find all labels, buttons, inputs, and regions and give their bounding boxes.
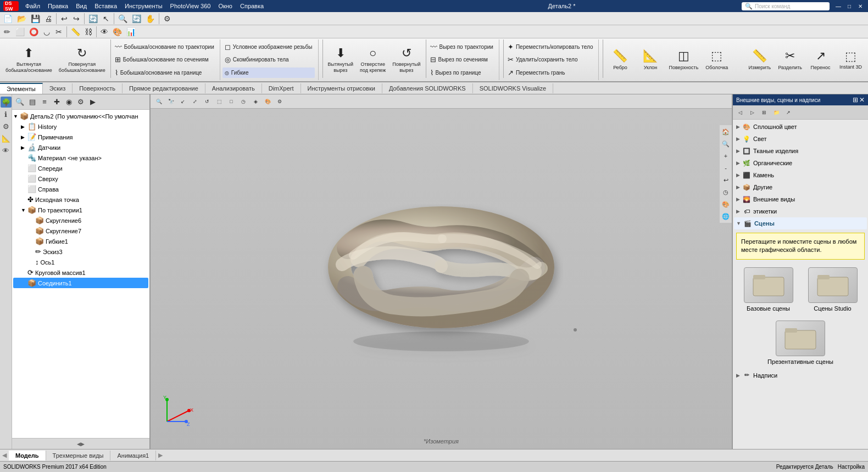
- menu-file[interactable]: Файл: [22, 2, 43, 10]
- rp-item-scenes[interactable]: ▼ 🎬 Сцены: [734, 217, 867, 229]
- tree-item-history[interactable]: ▶ 📋 History: [13, 121, 148, 132]
- home-view-button[interactable]: 🏠: [720, 126, 732, 137]
- delete-body-button[interactable]: ✂ Удалить/сохранить тело: [505, 54, 596, 65]
- tree-item-fillet6[interactable]: 📦 Скругление6: [13, 215, 148, 226]
- dimxpert-manager-tab[interactable]: 📐: [1, 133, 12, 144]
- vp-render-button[interactable]: ◷: [237, 96, 249, 107]
- line-tool[interactable]: ⬜: [13, 26, 27, 37]
- tab-direct[interactable]: Прямое редактирование: [123, 83, 205, 93]
- vp-color-button[interactable]: 🎨: [261, 96, 274, 107]
- feature-manager-tab[interactable]: 🌳: [1, 97, 12, 108]
- circle-tool[interactable]: ⭕: [27, 26, 41, 37]
- move-button[interactable]: ↗ Перенос: [805, 40, 836, 80]
- thread-button[interactable]: ◻ Условное изображение резьбы: [222, 42, 315, 52]
- menu-help[interactable]: Справка: [237, 2, 267, 10]
- grid-button[interactable]: ▤: [26, 97, 38, 108]
- sweep-cut-button[interactable]: 〰 Вырез по траектории: [428, 42, 496, 52]
- tree-item-sensors[interactable]: ▶ 🔬 Датчики: [13, 142, 148, 153]
- draft-button[interactable]: 📐 Уклон: [635, 40, 665, 80]
- config-manager-tab[interactable]: ⚙: [1, 121, 12, 132]
- move-face-button[interactable]: ↗ Переместить грань: [505, 68, 596, 78]
- shell-button[interactable]: ⬚ Оболочка: [702, 40, 732, 80]
- display-manager-tab[interactable]: 👁: [1, 145, 12, 156]
- render-tool[interactable]: 🎨: [110, 26, 124, 37]
- tab-drawing-tools[interactable]: Инструменты отрисовки: [301, 83, 382, 93]
- surface-button[interactable]: ◫ Поверхность: [665, 40, 702, 80]
- tree-item-trajectory[interactable]: ▼ 📦 По траектории1: [13, 205, 148, 215]
- pan-button[interactable]: ✋: [143, 13, 157, 24]
- revolve-boss-button[interactable]: ↻ Повернутая бобышка/основание: [55, 40, 109, 80]
- tree-item-material[interactable]: 🔩 Материал <не указан>: [13, 153, 148, 163]
- tree-item-sketch3[interactable]: ✏ Эскиз3: [13, 246, 148, 257]
- vp-section-button[interactable]: □: [225, 96, 237, 107]
- zoom-out-button[interactable]: -: [720, 162, 732, 173]
- scene-button[interactable]: 🎨: [720, 199, 732, 210]
- tree-item-top[interactable]: ⬜ Сверху: [13, 173, 148, 184]
- tab-dimxpert[interactable]: DimXpert: [262, 83, 301, 93]
- rp-export-button[interactable]: ↗: [782, 107, 794, 118]
- scroll-left-icon[interactable]: ◀: [0, 452, 9, 459]
- rp-forward-button[interactable]: ▷: [746, 107, 758, 118]
- combine-button[interactable]: ◎ Скомбинировать тела: [222, 54, 315, 65]
- tree-item-axis1[interactable]: ↕ Ось1: [13, 257, 148, 267]
- tree-item-fillet7[interactable]: 📦 Скругление7: [13, 226, 148, 236]
- analysis-tool[interactable]: 📊: [124, 26, 138, 37]
- loft-cut-button[interactable]: ⊟ Вырез по сечениям: [428, 54, 496, 65]
- tab-surface[interactable]: Поверхность: [73, 83, 123, 93]
- presentation-scenes-folder[interactable]: Презентативные сцены: [767, 321, 833, 365]
- boundary-boss-button[interactable]: ⌇ Бобышка/основание на границе: [113, 68, 216, 78]
- tree-item-origin[interactable]: ✤ Исходная точка: [13, 194, 148, 205]
- print-button[interactable]: 🖨: [42, 13, 54, 24]
- flex-button[interactable]: ⌾ Гибкие: [222, 68, 315, 78]
- play-button[interactable]: ▶: [87, 97, 99, 108]
- vp-settings-button[interactable]: ⚙: [274, 96, 286, 107]
- studio-scenes-folder[interactable]: Сцены Studio: [803, 267, 863, 312]
- rp-item-organic[interactable]: ▶ 🌿 Органические: [734, 157, 867, 169]
- close-icon[interactable]: ✕: [859, 96, 865, 104]
- boundary-cut-button[interactable]: ⌇ Вырез по границе: [428, 68, 496, 78]
- tab-addins[interactable]: Добавления SOLIDWORKS: [382, 83, 473, 93]
- rebuild-button[interactable]: 🔄: [86, 13, 100, 24]
- menu-insert[interactable]: Вставка: [91, 2, 120, 10]
- scroll-right-icon[interactable]: ▶: [156, 452, 165, 459]
- rib-button[interactable]: 📏 Ребро: [605, 40, 635, 80]
- vp-display-button[interactable]: ◈: [249, 96, 261, 107]
- arc-tool[interactable]: ◡: [41, 26, 53, 37]
- sweep-boss-button[interactable]: 〰 Бобышка/основание по траектории: [113, 42, 216, 52]
- vp-rotate-button[interactable]: ↙: [177, 96, 189, 107]
- view3d-tool[interactable]: 👁: [98, 26, 110, 37]
- target-button[interactable]: ◉: [63, 97, 75, 108]
- rp-item-stone[interactable]: ▶ ⬛ Камень: [734, 169, 867, 181]
- tab-3d-views[interactable]: Трехмерные виды: [46, 451, 111, 460]
- measure-button[interactable]: 📏 Измерить: [744, 40, 775, 80]
- tree-item-flexible1[interactable]: 📦 Гибкие1: [13, 236, 148, 246]
- menu-tools[interactable]: Инструменты: [121, 2, 166, 10]
- tree-item-notes[interactable]: ▶ 📝 Примечания: [13, 132, 148, 142]
- rp-item-fabric[interactable]: ▶ 🔲 Тканые изделия: [734, 145, 867, 157]
- sketch-tool[interactable]: ✏: [1, 26, 13, 37]
- options-button[interactable]: ⚙: [161, 13, 173, 24]
- undo-button[interactable]: ↩: [58, 13, 70, 24]
- tab-elements[interactable]: Элементы: [0, 83, 43, 94]
- rp-item-solid-color[interactable]: ▶ 🎨 Сплошной цвет: [734, 121, 867, 133]
- view-orientation-button[interactable]: ◷: [720, 187, 732, 198]
- vp-view-button[interactable]: ⬚: [213, 96, 225, 107]
- maximize-button[interactable]: □: [845, 2, 854, 10]
- move-body-button[interactable]: ✦ Переместить/копировать тело: [505, 42, 596, 52]
- list-button[interactable]: ≡: [38, 97, 51, 108]
- rp-folder-button[interactable]: 📁: [770, 107, 782, 118]
- expand-icon[interactable]: ⊞: [853, 96, 858, 104]
- tab-sketch[interactable]: Эскиз: [43, 83, 73, 93]
- settings-button[interactable]: ⚙: [75, 97, 87, 108]
- instant3d-button[interactable]: ⬚ Instant 3D: [836, 40, 866, 80]
- vp-zoomfit-button[interactable]: 🔭: [165, 96, 177, 107]
- viewport[interactable]: 🔍 🔭 ↙ ⤢ ↺ ⬚ □ ◷ ◈ 🎨 ⚙: [151, 94, 732, 449]
- prev-view-button[interactable]: ↩: [720, 175, 732, 186]
- rp-item-other[interactable]: ▶ 📦 Другие: [734, 181, 867, 193]
- tree-item-root[interactable]: ▼ 📦 Деталь2 (По умолчанию<<По умолчан: [13, 111, 148, 121]
- zoom-button[interactable]: 🔍: [116, 13, 130, 24]
- tree-item-right-plane[interactable]: ⬜ Справа: [13, 184, 148, 194]
- filter-button[interactable]: 🔍: [13, 97, 26, 108]
- loft-boss-button[interactable]: ⊞ Бобышка/основание по сечениям: [113, 54, 216, 65]
- rp-add-button[interactable]: ⊞: [758, 107, 770, 118]
